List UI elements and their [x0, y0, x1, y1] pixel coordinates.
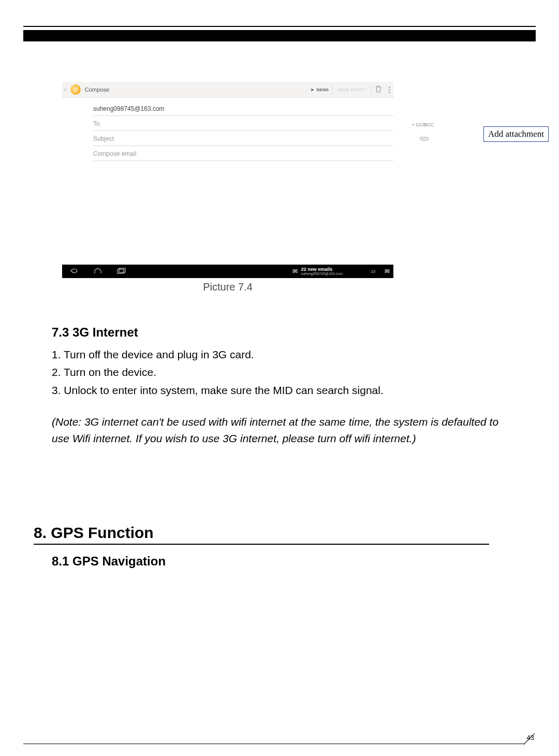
- attachment-icon[interactable]: [418, 136, 430, 143]
- notif-badge: 22: [367, 269, 379, 274]
- step-1: 1. Turn off the device and plug in 3G ca…: [52, 347, 502, 362]
- compose-fields: suheng098745@163.com To + CC/BCC Subject…: [62, 98, 393, 161]
- to-field[interactable]: To + CC/BCC: [93, 116, 393, 131]
- svg-rect-1: [119, 268, 125, 272]
- send-button[interactable]: ➤ SEND: [307, 88, 332, 92]
- section-7-3: 7.3 3G Internet 1. Turn off the device a…: [52, 325, 502, 446]
- to-placeholder: To: [93, 120, 100, 127]
- compose-toolbar: ‹ @ Compose ➤ SEND SAVE DRAFT: [62, 82, 393, 98]
- heading-8-1: 8.1 GPS Navigation: [52, 554, 536, 569]
- body-field[interactable]: Compose email: [93, 146, 393, 161]
- subject-field[interactable]: Subject: [93, 131, 393, 146]
- compose-title: Compose: [85, 86, 109, 93]
- heading-8: 8. GPS Function: [34, 524, 489, 545]
- subject-placeholder: Subject: [93, 135, 114, 142]
- send-icon: ➤: [311, 88, 315, 92]
- overflow-menu-icon[interactable]: [385, 86, 393, 93]
- mail-notif-icon[interactable]: ✉: [289, 268, 301, 275]
- footer-rule: [23, 744, 525, 744]
- mail-status-icon: ✉: [381, 268, 393, 275]
- figure-caption: Picture 7.4: [62, 281, 393, 293]
- notif-heading: 22 new emails: [301, 267, 343, 272]
- send-label: SEND: [316, 88, 329, 92]
- embedded-screenshot: ‹ @ Compose ➤ SEND SAVE DRAFT suheng0987…: [62, 82, 502, 278]
- discard-icon[interactable]: [372, 85, 385, 94]
- system-nav-bar: ✉ 22 new emails suheng098745@163.com 22 …: [62, 265, 393, 278]
- heading-7-3: 7.3 3G Internet: [52, 325, 502, 340]
- notif-text: 22 new emails suheng098745@163.com: [301, 267, 343, 276]
- from-field: suheng098745@163.com: [93, 101, 393, 116]
- notif-sub: suheng098745@163.com: [301, 272, 343, 275]
- back-icon[interactable]: ‹: [62, 86, 68, 93]
- back-nav-icon[interactable]: [62, 268, 86, 275]
- page-number: 43: [527, 734, 534, 742]
- recent-nav-icon[interactable]: [110, 268, 134, 275]
- cc-bcc-button[interactable]: + CC/BCC: [412, 122, 434, 127]
- step-2: 2. Turn on the device.: [52, 365, 502, 380]
- mail-app-icon[interactable]: @: [70, 84, 81, 95]
- home-nav-icon[interactable]: [86, 268, 110, 275]
- top-rule: [23, 26, 536, 27]
- top-black-bar: [23, 30, 536, 41]
- document-page: ‹ @ Compose ➤ SEND SAVE DRAFT suheng0987…: [0, 0, 559, 756]
- step-3: 3. Unlock to enter into system, make sur…: [52, 383, 502, 398]
- save-draft-button[interactable]: SAVE DRAFT: [332, 85, 372, 94]
- svg-rect-0: [117, 269, 124, 273]
- note-text: (Note: 3G internet can't be used with wi…: [52, 414, 502, 446]
- callout-add-attachment: Add attachment: [483, 126, 549, 142]
